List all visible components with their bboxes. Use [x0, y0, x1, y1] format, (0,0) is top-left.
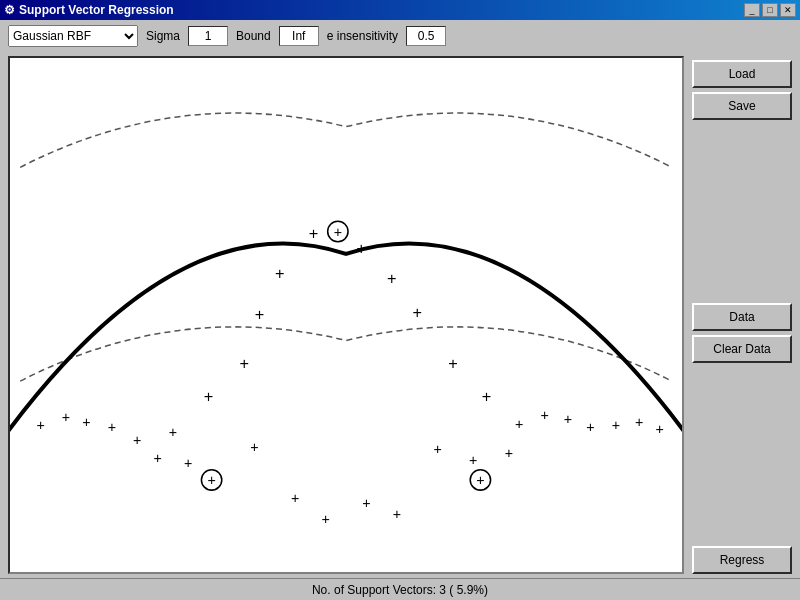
bound-label: Bound — [236, 29, 271, 43]
svg-text:+: + — [357, 239, 367, 257]
svg-text:+: + — [250, 439, 258, 455]
svg-text:+: + — [108, 419, 116, 435]
status-text: No. of Support Vectors: 3 ( 5.9%) — [312, 583, 488, 597]
content-area: + + + + + + + + + + + + + + + + + + — [0, 52, 800, 578]
svg-text:+: + — [321, 511, 329, 527]
svg-text:+: + — [564, 411, 572, 427]
toolbar: Gaussian RBFLinearPolynomial Sigma Bound… — [0, 20, 800, 52]
data-button[interactable]: Data — [692, 303, 792, 331]
svg-text:+: + — [586, 419, 594, 435]
svg-text:+: + — [82, 414, 90, 430]
sigma-label: Sigma — [146, 29, 180, 43]
svg-text:+: + — [133, 432, 141, 448]
maximize-button[interactable]: □ — [762, 3, 778, 17]
svg-text:+: + — [387, 269, 397, 287]
svg-text:+: + — [334, 224, 342, 240]
app-icon: ⚙ — [4, 3, 15, 17]
svg-text:+: + — [540, 407, 548, 423]
svg-text:+: + — [36, 417, 44, 433]
svg-text:+: + — [413, 303, 423, 321]
save-button[interactable]: Save — [692, 92, 792, 120]
regress-button[interactable]: Regress — [692, 546, 792, 574]
app-title: Support Vector Regression — [19, 3, 174, 17]
svg-text:+: + — [204, 387, 214, 405]
svg-text:+: + — [62, 409, 70, 425]
minimize-button[interactable]: _ — [744, 3, 760, 17]
close-button[interactable]: ✕ — [780, 3, 796, 17]
svg-text:+: + — [476, 472, 484, 488]
svg-text:+: + — [635, 414, 643, 430]
title-bar: ⚙ Support Vector Regression _ □ ✕ — [0, 0, 800, 20]
sigma-input[interactable] — [188, 26, 228, 46]
svg-text:+: + — [612, 417, 620, 433]
sidebar: Load Save Data Clear Data Regress — [692, 56, 792, 574]
svg-text:+: + — [515, 416, 523, 432]
svg-text:+: + — [291, 490, 299, 506]
svg-text:+: + — [448, 354, 458, 372]
plot-svg: + + + + + + + + + + + + + + + + + + — [10, 58, 682, 572]
svg-text:+: + — [362, 495, 370, 511]
svg-text:+: + — [207, 472, 215, 488]
bound-input[interactable] — [279, 26, 319, 46]
svg-text:+: + — [433, 441, 441, 457]
svg-text:+: + — [239, 354, 249, 372]
kernel-select[interactable]: Gaussian RBFLinearPolynomial — [8, 25, 138, 47]
svg-text:+: + — [505, 445, 513, 461]
svg-text:+: + — [169, 424, 177, 440]
svg-text:+: + — [482, 387, 492, 405]
svg-text:+: + — [275, 264, 285, 282]
svg-text:+: + — [255, 305, 265, 323]
svg-text:+: + — [469, 452, 477, 468]
status-bar: No. of Support Vectors: 3 ( 5.9%) — [0, 578, 800, 600]
svg-text:+: + — [309, 224, 319, 242]
svg-text:+: + — [184, 455, 192, 471]
load-button[interactable]: Load — [692, 60, 792, 88]
svg-text:+: + — [393, 506, 401, 522]
svg-text:+: + — [153, 450, 161, 466]
clear-data-button[interactable]: Clear Data — [692, 335, 792, 363]
e-insens-label: e insensitivity — [327, 29, 398, 43]
e-insens-input[interactable] — [406, 26, 446, 46]
main-window: Gaussian RBFLinearPolynomial Sigma Bound… — [0, 20, 800, 600]
plot-area[interactable]: + + + + + + + + + + + + + + + + + + — [8, 56, 684, 574]
svg-text:+: + — [655, 421, 663, 437]
